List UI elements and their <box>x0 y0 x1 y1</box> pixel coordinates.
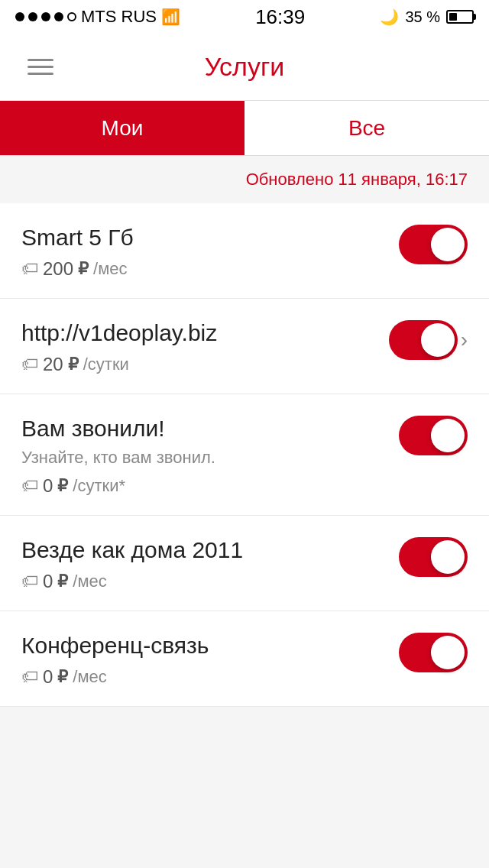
ruble-videoplay: ₽ <box>68 355 79 374</box>
period-vamzvonili: /сутки* <box>73 476 125 496</box>
service-subtitle-vamzvonili: Узнайте, кто вам звонил. <box>21 448 384 468</box>
status-time: 16:39 <box>255 5 305 29</box>
service-price-videoplay: 🏷 20 ₽/сутки <box>21 354 374 375</box>
ruble-vezde: ₽ <box>57 572 68 591</box>
status-right: 🌙 35 % <box>380 8 474 26</box>
service-price-vezde: 🏷 0 ₽/мес <box>21 571 384 592</box>
service-name-videoplay: http://v1deoplay.biz <box>21 320 374 346</box>
toggle-knob-videoplay <box>421 323 455 357</box>
toggle-container-vamzvonili <box>399 416 468 455</box>
toggle-container-smart5 <box>399 225 468 264</box>
tab-bar: Мои Все <box>0 101 489 156</box>
signal-dots <box>15 12 76 21</box>
service-info-conference: Конференц-связь 🏷 0 ₽/мес <box>21 633 399 688</box>
service-item-vezde: Везде как дома 2011 🏷 0 ₽/мес <box>0 516 489 611</box>
service-info-vezde: Везде как дома 2011 🏷 0 ₽/мес <box>21 537 399 592</box>
status-bar: MTS RUS 📶 16:39 🌙 35 % <box>0 0 489 34</box>
wifi-icon: 📶 <box>161 8 180 26</box>
price-value-videoplay: 20 <box>43 354 63 375</box>
service-name-smart5: Smart 5 Гб <box>21 225 384 251</box>
service-name-vezde: Везде как дома 2011 <box>21 537 384 563</box>
service-item-vamzvonili: Вам звонили! Узнайте, кто вам звонил. 🏷 … <box>0 394 489 516</box>
toggle-container-conference <box>399 633 468 672</box>
service-item-videoplay: http://v1deoplay.biz 🏷 20 ₽/сутки › <box>0 299 489 394</box>
ruble-smart5: ₽ <box>78 259 89 279</box>
toggle-smart5[interactable] <box>399 225 468 264</box>
service-name-conference: Конференц-связь <box>21 633 384 659</box>
toggle-knob-conference <box>431 636 465 669</box>
price-value-conference: 0 <box>43 666 53 688</box>
toggle-conference[interactable] <box>399 633 468 672</box>
service-price-smart5: 🏷 200 ₽/мес <box>21 258 384 280</box>
toggle-vezde[interactable] <box>399 537 468 577</box>
price-value-smart5: 200 <box>43 258 73 280</box>
toggle-container-vezde <box>399 537 468 577</box>
toggle-container-videoplay: › <box>389 320 468 360</box>
battery-percent: 35 % <box>405 8 440 26</box>
menu-button[interactable] <box>21 53 60 81</box>
period-conference: /мес <box>73 667 106 687</box>
service-item-conference: Конференц-связь 🏷 0 ₽/мес <box>0 611 489 707</box>
service-price-conference: 🏷 0 ₽/мес <box>21 666 384 688</box>
service-list: Smart 5 Гб 🏷 200 ₽/мес http://v1deoplay.… <box>0 203 489 707</box>
service-price-vamzvonili: 🏷 0 ₽/сутки* <box>21 475 384 497</box>
service-name-vamzvonili: Вам звонили! <box>21 416 384 442</box>
price-icon-videoplay: 🏷 <box>21 355 38 374</box>
toggle-knob-smart5 <box>431 228 465 261</box>
battery-icon <box>446 10 474 24</box>
status-left: MTS RUS 📶 <box>15 7 180 27</box>
price-icon-conference: 🏷 <box>21 667 38 687</box>
period-vezde: /мес <box>73 572 106 591</box>
tab-my[interactable]: Мои <box>0 101 244 155</box>
price-value-vamzvonili: 0 <box>43 475 53 497</box>
page-title: Услуги <box>205 52 285 82</box>
service-info-vamzvonili: Вам звонили! Узнайте, кто вам звонил. 🏷 … <box>21 416 399 497</box>
nav-bar: Услуги <box>0 34 489 101</box>
carrier-label: MTS RUS <box>81 7 157 27</box>
period-videoplay: /сутки <box>83 355 129 374</box>
ruble-conference: ₽ <box>57 667 68 687</box>
price-icon-vezde: 🏷 <box>21 572 38 591</box>
toggle-knob-vezde <box>431 540 465 574</box>
toggle-knob-vamzvonili <box>431 419 465 452</box>
period-smart5: /мес <box>93 259 127 279</box>
service-info-smart5: Smart 5 Гб 🏷 200 ₽/мес <box>21 225 399 280</box>
toggle-videoplay[interactable] <box>389 320 458 360</box>
updated-bar: Обновлено 11 января, 16:17 <box>0 156 489 203</box>
price-icon-vamzvonili: 🏷 <box>21 476 38 496</box>
tab-all[interactable]: Все <box>244 101 489 155</box>
toggle-vamzvonili[interactable] <box>399 416 468 455</box>
chevron-right-icon-videoplay: › <box>461 328 468 352</box>
updated-text: Обновлено 11 января, 16:17 <box>246 170 468 189</box>
price-icon-smart5: 🏷 <box>21 259 38 279</box>
service-info-videoplay: http://v1deoplay.biz 🏷 20 ₽/сутки <box>21 320 389 375</box>
service-item-smart5: Smart 5 Гб 🏷 200 ₽/мес <box>0 203 489 299</box>
moon-icon: 🌙 <box>380 8 399 26</box>
ruble-vamzvonili: ₽ <box>57 476 68 496</box>
price-value-vezde: 0 <box>43 571 53 592</box>
